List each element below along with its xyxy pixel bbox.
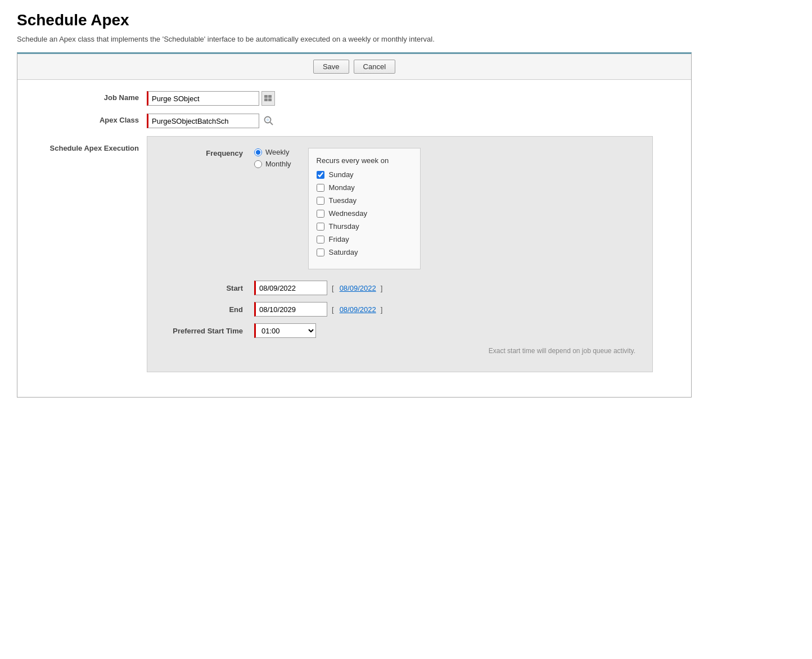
thursday-label[interactable]: Thursday [329,222,359,231]
saturday-label[interactable]: Saturday [329,248,358,256]
job-name-row: Job Name [34,91,674,106]
apex-class-input[interactable] [147,114,259,128]
weekly-radio[interactable] [254,148,262,156]
day-wednesday: Wednesday [317,209,409,218]
apex-class-label: Apex Class [34,114,147,124]
friday-label[interactable]: Friday [329,235,349,243]
preferred-start-time-row: Preferred Start Time 01:00 02:00 03:00 0… [164,323,635,338]
monthly-radio[interactable] [254,160,262,168]
day-sunday: Sunday [317,170,409,179]
end-date-input[interactable] [254,302,327,317]
start-date-input[interactable] [254,281,327,295]
end-date-bracket-close: ] [381,305,383,314]
friday-checkbox[interactable] [317,236,324,243]
start-date-bracket-open: [ [332,284,334,292]
saturday-checkbox[interactable] [317,249,324,256]
cancel-button[interactable]: Cancel [354,60,395,74]
weekly-option[interactable]: Weekly [254,148,291,156]
recurs-box: Recurs every week on Sunday Monday Tuesd… [308,148,421,269]
frequency-label: Frequency [164,148,254,157]
tuesday-label[interactable]: Tuesday [329,196,357,205]
end-date-bracket-open: [ [332,305,334,314]
job-name-control [147,91,275,106]
schedule-execution-row: Schedule Apex Execution Frequency Weekly… [34,136,674,372]
page-description: Schedule an Apex class that implements t… [17,35,795,43]
page-title: Schedule Apex [17,11,795,29]
wednesday-label[interactable]: Wednesday [329,209,367,218]
weekly-label: Weekly [265,148,289,156]
job-name-lookup-icon[interactable] [261,91,275,106]
start-row: Start [ 08/09/2022 ] [164,281,635,295]
frequency-row: Frequency Weekly Monthly [164,148,635,269]
form-section: Job Name Apex Class [17,80,691,397]
day-thursday: Thursday [317,222,409,231]
svg-point-6 [267,119,269,121]
schedule-execution-label: Schedule Apex Execution [34,136,147,152]
job-name-input[interactable] [147,91,259,106]
svg-line-5 [270,123,273,125]
thursday-checkbox[interactable] [317,223,324,231]
note-text: Exact start time will depend on job queu… [164,347,635,355]
end-date-link[interactable]: 08/09/2022 [340,305,376,314]
start-date-link[interactable]: 08/09/2022 [340,284,376,292]
toolbar: Save Cancel [17,54,691,80]
end-label: End [164,305,254,314]
save-button[interactable]: Save [313,60,349,74]
monday-checkbox[interactable] [317,184,324,192]
end-row: End [ 08/09/2022 ] [164,302,635,317]
frequency-options: Weekly Monthly [254,148,291,168]
sunday-label[interactable]: Sunday [329,170,354,179]
tuesday-checkbox[interactable] [317,197,324,205]
svg-rect-2 [268,95,272,98]
apex-class-control [147,114,276,128]
day-saturday: Saturday [317,248,409,256]
day-friday: Friday [317,235,409,243]
day-monday: Monday [317,183,409,192]
start-label: Start [164,284,254,292]
svg-rect-1 [264,98,268,101]
day-tuesday: Tuesday [317,196,409,205]
monthly-label: Monthly [265,160,291,168]
monthly-option[interactable]: Monthly [254,160,291,168]
start-date-bracket-close: ] [381,284,383,292]
schedule-box: Frequency Weekly Monthly [147,136,653,372]
main-container: Save Cancel Job Name Apex Class [17,52,692,398]
monday-label[interactable]: Monday [329,183,355,192]
svg-rect-3 [268,98,272,101]
svg-rect-0 [264,95,268,98]
apex-class-row: Apex Class [34,114,674,128]
apex-class-search-button[interactable] [261,114,276,128]
sunday-checkbox[interactable] [317,171,324,179]
preferred-start-time-select[interactable]: 01:00 02:00 03:00 04:00 05:00 06:00 07:0… [254,323,316,338]
recurs-title: Recurs every week on [317,156,409,165]
job-name-label: Job Name [34,91,147,102]
wednesday-checkbox[interactable] [317,210,324,218]
preferred-start-time-label: Preferred Start Time [164,327,254,335]
